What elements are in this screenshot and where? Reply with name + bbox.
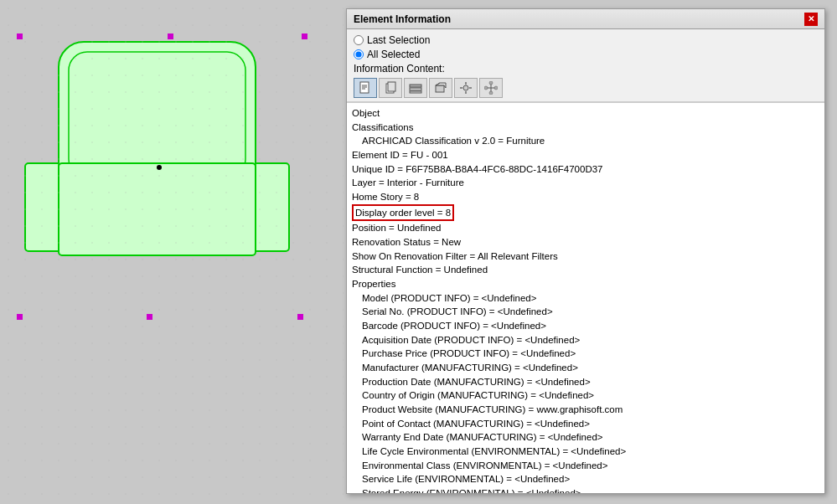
panel-close-button[interactable]: ✕ [804,13,818,26]
svg-point-34 [489,81,493,85]
svg-rect-22 [410,88,421,90]
all-selected-row: All Selected [354,49,818,60]
toolbar-btn-2[interactable] [379,78,402,98]
svg-rect-20 [388,82,395,91]
info-line: Service Life (ENVIRONMENTAL) = <Undefine… [352,472,819,486]
info-line: Point of Contact (MANUFACTURING) = <Unde… [352,417,819,431]
info-text-area[interactable]: ObjectClassificationsARCHICAD Classifica… [347,102,824,493]
copy-icon [384,81,397,95]
toolbar-btn-1[interactable] [354,78,377,98]
svg-point-37 [489,91,493,95]
panel-controls: Last Selection All Selected Information … [347,29,824,102]
svg-rect-21 [410,85,421,87]
all-selected-label: All Selected [367,49,420,60]
svg-rect-28 [465,82,467,85]
structure-icon [484,81,498,95]
info-line: Layer = Interior - Furniture [352,176,819,190]
svg-point-27 [463,85,468,90]
all-selected-radio[interactable] [354,49,364,59]
info-line: Life Cycle Environmental (ENVIRONMENTAL)… [352,445,819,459]
info-line: Home Story = 8 [352,190,819,204]
info-line: Warranty End Date (MANUFACTURING) = <Und… [352,430,819,445]
info-content-label: Information Content: [354,63,818,75]
svg-rect-29 [465,91,467,94]
info-line: Properties [352,277,819,291]
info-line: Show On Renovation Filter = All Relevant… [352,249,819,264]
info-line: ARCHICAD Classification v 2.0 = Furnitur… [352,134,819,148]
info-line: Model (PRODUCT INFO) = <Undefined> [352,291,819,306]
last-selection-radio[interactable] [354,35,364,45]
info-line: Renovation Status = New [352,235,819,249]
info-line: Barcode (PRODUCT INFO) = <Undefined> [352,319,819,333]
info-line: Acquisition Date (PRODUCT INFO) = <Undef… [352,333,819,347]
info-line: Display order level = 8 [352,204,819,222]
info-line: Unique ID = F6F75B8A-B8A4-4FC6-88DC-1416… [352,162,819,177]
toolbar-btn-6[interactable] [479,78,503,98]
toolbar-btn-5[interactable] [454,78,478,98]
settings-icon [459,81,473,95]
svg-rect-24 [436,85,444,92]
info-line: Stored Energy (ENVIRONMENTAL) = <Undefin… [352,486,819,493]
info-line: Object [352,106,819,121]
info-line: Purchase Price (PRODUCT INFO) = <Undefin… [352,347,819,361]
element-info-panel: Element Information ✕ Last Selection All… [346,8,825,494]
document-icon [359,81,372,95]
toolbar-icons [354,78,818,98]
last-selection-label: Last Selection [367,34,430,46]
box-icon [434,81,447,95]
svg-rect-23 [410,91,421,93]
svg-rect-30 [460,87,462,89]
info-line: Production Date (MANUFACTURING) = <Undef… [352,375,819,389]
toolbar-btn-4[interactable] [429,78,452,98]
info-line: Element ID = FU - 001 [352,148,819,162]
svg-rect-31 [469,87,472,89]
info-line: Environmental Class (ENVIRONMENTAL) = <U… [352,459,819,473]
info-line: Product Website (MANUFACTURING) = www.gr… [352,403,819,417]
info-line: Country of Origin (MANUFACTURING) = <Und… [352,388,819,403]
info-line: Structural Function = Undefined [352,263,819,277]
toolbar-btn-3[interactable] [404,78,427,98]
last-selection-row: Last Selection [354,34,818,46]
svg-point-36 [494,86,498,90]
layers-icon [409,81,422,95]
highlighted-info-line: Display order level = 8 [352,204,454,222]
info-line: Serial No. (PRODUCT INFO) = <Undefined> [352,305,819,319]
svg-point-35 [484,86,488,90]
panel-header: Element Information ✕ [347,9,824,29]
info-line: Manufacturer (MANUFACTURING) = <Undefine… [352,361,819,375]
info-line: Classifications [352,121,819,135]
info-line: Position = Undefined [352,221,819,235]
svg-rect-14 [0,0,344,504]
cad-drawing-area [0,0,344,504]
panel-title: Element Information [354,13,451,25]
